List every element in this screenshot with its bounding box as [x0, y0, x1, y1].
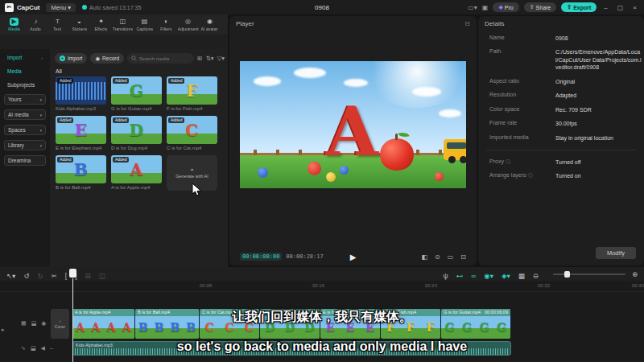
media-item[interactable]: AAddedA is for Apple.mp4: [111, 155, 162, 191]
sidebar-item-yours[interactable]: Yours▾: [4, 94, 46, 105]
sidebar-item-spaces[interactable]: Spaces▾: [4, 125, 46, 135]
undo-icon[interactable]: ↺: [23, 272, 29, 280]
tab-text[interactable]: TText: [47, 18, 68, 31]
tab-ai-avatar[interactable]: ◉AI avatar: [199, 18, 221, 31]
media-item[interactable]: DAddedD is for Dog.mp4: [111, 116, 162, 150]
tab-label: Audio: [31, 27, 41, 31]
media-item[interactable]: AddedKids Alphabet.mp3: [56, 76, 106, 111]
mirror-icon[interactable]: ◫: [99, 272, 105, 280]
cover-view-icon[interactable]: ▦: [518, 272, 525, 280]
share-button[interactable]: ⇧ Share: [524, 2, 557, 12]
close-button[interactable]: ×: [630, 4, 639, 11]
media-item[interactable]: CAddedC is for Cat.mp4: [167, 116, 217, 150]
timeline-ruler[interactable]: 00:0800:1600:2400:3200:40: [0, 281, 644, 292]
sidebar-item-label: Library: [8, 142, 24, 148]
record-button[interactable]: ◉ Record: [90, 53, 124, 64]
tab-media[interactable]: ▶Media: [3, 18, 25, 31]
detail-label: Proxyⓘ: [489, 158, 555, 166]
link-icon[interactable]: ∞: [471, 272, 476, 280]
sidebar-item-media[interactable]: Media: [4, 67, 46, 76]
sidebar-item-subprojects[interactable]: Subprojects: [4, 80, 46, 89]
maximize-button[interactable]: ▢: [615, 4, 626, 11]
zoom-slider-knob[interactable]: [564, 271, 570, 278]
tab-stickers[interactable]: ◒Stickers: [68, 18, 90, 31]
media-panel: ▶Media♪AudioTText◒Stickers✦Effects◫Trans…: [0, 14, 228, 265]
tab-adjustment[interactable]: ◎Adjustment: [177, 18, 199, 31]
media-thumbnail: EAdded: [56, 116, 106, 144]
record-icon: ◉: [95, 56, 100, 62]
delete-icon[interactable]: ⊟: [85, 272, 91, 280]
timeline-zoom-slider[interactable]: [553, 274, 625, 275]
voiceover-mic-icon[interactable]: ψ: [444, 272, 448, 280]
modify-button[interactable]: Modify: [596, 247, 636, 259]
media-icon: ▶: [10, 18, 19, 26]
mouse-cursor: [192, 183, 202, 197]
filter-icon[interactable]: ▽▾: [217, 55, 225, 62]
ratio-icon[interactable]: ▭: [448, 253, 454, 261]
import-button[interactable]: + Import: [55, 53, 87, 64]
grid-view-icon[interactable]: ⊞: [197, 55, 202, 62]
split-icon[interactable]: ✂: [52, 272, 57, 280]
timeline-toolbar: ↖▾↺↻✂[]⊟◫ ψ⊷∞◉▾◈▾▦⊖ ⊕: [0, 267, 644, 281]
tab-filters[interactable]: ◐Filters: [155, 18, 177, 31]
panel-toggle-icon[interactable]: ▣: [482, 4, 489, 11]
tab-transitions[interactable]: ◫Transitions: [112, 18, 134, 31]
text-icon: T: [56, 18, 60, 26]
ruler-label: 00:40: [632, 283, 644, 288]
detail-toggle-row: ProxyⓘTurned off: [478, 155, 644, 169]
media-item[interactable]: GAddedG is for Guitar.mp4: [111, 76, 162, 111]
zoom-out-icon[interactable]: ⊖: [533, 272, 539, 280]
pro-button[interactable]: ◆ Pro: [493, 2, 518, 12]
detail-value: 0908: [555, 35, 642, 42]
quality-enhance-icon[interactable]: ⊙: [435, 253, 440, 261]
track-collapse-arrow-icon[interactable]: ▸: [2, 327, 5, 333]
media-sidebar: Import›MediaSubprojectsYours▾AI media▾Sp…: [0, 49, 50, 280]
compare-icon[interactable]: ◧: [421, 253, 427, 261]
player-collapse-icon[interactable]: ⊟: [464, 20, 470, 27]
detail-label: Frame rate: [489, 120, 555, 127]
tab-label: Effects: [95, 27, 108, 31]
media-item[interactable]: BAddedB is for Ball.mp4: [56, 155, 106, 191]
detail-value: 30.00fps: [555, 120, 642, 127]
redo-icon[interactable]: ↻: [38, 272, 43, 280]
ai-avatar-icon: ◉: [207, 18, 213, 26]
media-content: + Import ◉ Record Search media ⊞ ⇅▾ ▽▾: [50, 49, 228, 280]
auto-split-icon[interactable]: ◈▾: [502, 272, 510, 280]
tab-effects[interactable]: ✦Effects: [90, 18, 112, 31]
select-tool[interactable]: ↖▾: [6, 272, 15, 280]
media-thumbnail: FAdded: [167, 76, 217, 105]
tab-captions[interactable]: ▤Captions: [134, 18, 155, 31]
sidebar-item-import[interactable]: Import›: [4, 53, 46, 62]
zoom-in-icon[interactable]: ⊕: [632, 270, 638, 278]
school-bus: [444, 139, 466, 160]
delete-left-icon[interactable]: [: [65, 272, 67, 280]
minimize-button[interactable]: –: [601, 4, 609, 11]
search-input[interactable]: Search media: [127, 53, 194, 64]
sidebar-item-ai-media[interactable]: AI media▾: [4, 109, 46, 120]
tab-label: AI avatar: [201, 27, 218, 31]
detail-row: Imported mediaStay in original location: [478, 131, 644, 145]
details-panel: Details Name0908PathC:/Users/Emenove/App…: [478, 16, 644, 265]
detail-toggle-row: Arrange layersⓘTurned on: [478, 169, 644, 183]
preview-axis-icon[interactable]: ◉▾: [484, 272, 493, 280]
snap-icon[interactable]: ⊷: [456, 272, 464, 280]
chevron-icon: ▾: [39, 143, 42, 148]
media-item[interactable]: EAddedE is for Elephant.mp4: [56, 116, 106, 150]
filters-icon: ◐: [164, 18, 168, 26]
sidebar-item-dreamina[interactable]: Dreamina: [4, 155, 46, 166]
menu-button[interactable]: Menu ▾: [46, 3, 76, 12]
playhead-handle[interactable]: [69, 269, 76, 278]
tab-label: Transitions: [113, 27, 133, 31]
export-button[interactable]: ⇧ Export: [561, 2, 597, 12]
sort-icon[interactable]: ⇅▾: [205, 55, 213, 62]
play-button[interactable]: ▶: [350, 253, 357, 261]
workspace-layout-icon[interactable]: ▭▾: [468, 4, 477, 11]
detail-row: Frame rate30.00fps: [478, 117, 644, 130]
details-divider: [486, 150, 636, 150]
sidebar-item-label: Media: [7, 68, 22, 74]
video-preview[interactable]: A: [240, 61, 466, 188]
media-item[interactable]: FAddedF is for Fish.mp4: [167, 76, 217, 111]
sidebar-item-library[interactable]: Library▾: [4, 140, 46, 150]
fullscreen-icon[interactable]: ⊡: [460, 253, 466, 261]
tab-audio[interactable]: ♪Audio: [25, 18, 47, 31]
